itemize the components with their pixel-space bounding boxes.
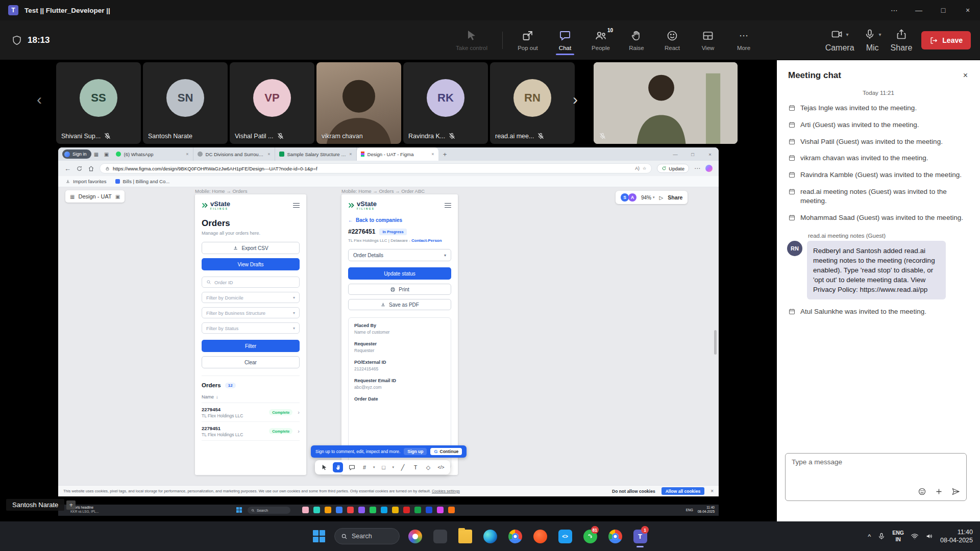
- order-row[interactable]: 2279451 TL Flex Holdings LLC Complete ›: [202, 422, 300, 441]
- taskbar-app-icon[interactable]: [347, 507, 354, 513]
- browser-close-icon[interactable]: ×: [701, 147, 719, 161]
- minimize-icon[interactable]: —: [906, 0, 931, 20]
- share-control[interactable]: Share: [891, 25, 913, 56]
- clear-button[interactable]: Clear: [202, 356, 300, 368]
- presenter-pin-button[interactable]: +: [66, 500, 76, 510]
- taskbar-app-icon[interactable]: [426, 507, 432, 513]
- browser-maximize-icon[interactable]: □: [684, 147, 701, 161]
- figma-share-button[interactable]: Share: [668, 194, 682, 201]
- participant-tile[interactable]: RN read.ai mee...: [490, 62, 575, 144]
- browser-minimize-icon[interactable]: —: [667, 147, 684, 161]
- vertical-tabs-icon[interactable]: ▣: [102, 152, 112, 157]
- cookies-settings-link[interactable]: Cookies settings: [432, 489, 460, 493]
- maximize-icon[interactable]: □: [931, 0, 955, 20]
- figma-frame-order-detail[interactable]: vState FILINGS ← Back to companies #2276…: [341, 194, 458, 475]
- wifi-icon[interactable]: [911, 532, 919, 540]
- browser-profile-button[interactable]: Sign in: [62, 149, 91, 159]
- taskbar-clock[interactable]: 11:40 08-04-2025: [940, 528, 973, 545]
- select-tool-icon[interactable]: [320, 463, 328, 471]
- camera-chevron-icon[interactable]: ▾: [846, 32, 849, 37]
- save-as-pdf-button[interactable]: Save as PDF: [348, 299, 451, 310]
- language-indicator[interactable]: ENG IN: [892, 530, 904, 542]
- chrome-button[interactable]: [505, 524, 525, 548]
- strip-scroll-right-icon[interactable]: ›: [573, 91, 578, 108]
- frame-label[interactable]: Mobile: Home → Orders: [195, 188, 247, 194]
- participant-tile[interactable]: VP Vishal Patil ...: [230, 62, 314, 144]
- browser-tab-active[interactable]: Design - UAT - Figma ×: [357, 147, 438, 161]
- mic-control[interactable]: ▾ Mic: [864, 25, 881, 56]
- hamburger-menu-icon[interactable]: [445, 203, 451, 208]
- participant-tile[interactable]: SS Shivani Sup...: [56, 62, 141, 144]
- file-explorer-button[interactable]: [455, 524, 475, 548]
- back-to-companies-link[interactable]: ← Back to companies: [348, 217, 451, 223]
- raise-hand-button[interactable]: Raise: [620, 26, 653, 55]
- start-button[interactable]: [309, 524, 329, 548]
- address-bar[interactable]: https://www.figma.com/design/9BKQ0FOHRWa…: [100, 163, 652, 173]
- deny-cookies-button[interactable]: Do not allow cookies: [612, 489, 655, 494]
- close-icon[interactable]: ×: [955, 0, 980, 20]
- more-button[interactable]: ⋯ More: [727, 26, 760, 55]
- browser-menu-icon[interactable]: ⋯: [694, 165, 700, 172]
- taskbar-app-icon[interactable]: [325, 507, 331, 513]
- start-icon[interactable]: [236, 507, 242, 513]
- copilot-icon[interactable]: [705, 165, 713, 172]
- emoji-icon[interactable]: [918, 487, 926, 496]
- message-compose-box[interactable]: [785, 453, 967, 501]
- task-view-button[interactable]: [430, 524, 450, 548]
- refresh-icon[interactable]: [76, 165, 83, 172]
- pop-out-button[interactable]: Pop out: [510, 26, 546, 55]
- name-column-header[interactable]: Name ↓: [202, 394, 300, 399]
- allow-cookies-button[interactable]: Allow all cookies: [662, 487, 705, 495]
- volume-icon[interactable]: [925, 532, 934, 540]
- filter-business-structure-select[interactable]: Filter by Business Structure ▾: [202, 307, 300, 318]
- taskbar-app-icon[interactable]: [358, 507, 365, 513]
- sign-up-button[interactable]: Sign up: [404, 448, 427, 455]
- filter-status-select[interactable]: Filter by Status ▾: [202, 322, 300, 334]
- tab-close-icon[interactable]: ×: [349, 152, 352, 157]
- hand-tool-icon[interactable]: [333, 462, 343, 472]
- cookie-close-icon[interactable]: ×: [710, 488, 714, 494]
- vscode-button[interactable]: <>: [555, 524, 575, 548]
- tab-close-icon[interactable]: ×: [431, 152, 434, 157]
- attach-plus-icon[interactable]: [935, 487, 943, 496]
- hamburger-menu-icon[interactable]: [293, 203, 300, 208]
- taskbar-app-icon[interactable]: [403, 507, 410, 513]
- taskbar-app-icon[interactable]: [313, 507, 320, 513]
- message-input[interactable]: [792, 458, 960, 466]
- frame-tool-icon[interactable]: #: [360, 463, 369, 471]
- taskbar-app-icon[interactable]: [381, 507, 387, 513]
- leave-button[interactable]: Leave: [921, 31, 971, 49]
- order-row[interactable]: 2279454 TL Flex Holdings LLC Complete ›: [202, 403, 300, 422]
- chat-button[interactable]: Chat: [549, 26, 581, 55]
- participant-tile[interactable]: RK Ravindra K...: [403, 62, 488, 144]
- react-button[interactable]: React: [656, 26, 689, 55]
- mic-chevron-icon[interactable]: ▾: [879, 32, 881, 37]
- edge-button[interactable]: [480, 524, 500, 548]
- taskbar-search-input[interactable]: Search: [334, 528, 400, 544]
- export-csv-button[interactable]: Export CSV: [202, 242, 300, 254]
- workspaces-icon[interactable]: ▦: [91, 152, 102, 157]
- print-button[interactable]: Print: [348, 284, 451, 295]
- text-tool-icon[interactable]: T: [411, 463, 420, 471]
- figma-frame-orders[interactable]: vState FILINGS Orders Manage all your or…: [195, 194, 306, 475]
- contact-person-link[interactable]: Contact-Person: [411, 238, 442, 243]
- home-icon[interactable]: [88, 165, 94, 172]
- taskbar-app-icon[interactable]: [392, 507, 399, 513]
- favorite-star-icon[interactable]: ☆: [643, 166, 647, 171]
- chat-close-icon[interactable]: ×: [963, 71, 968, 80]
- favorite-item[interactable]: Import favorites: [65, 179, 106, 184]
- search-input[interactable]: Search: [248, 507, 290, 514]
- chevron-down-icon[interactable]: ▾: [393, 465, 395, 469]
- component-tool-icon[interactable]: ◇: [424, 463, 432, 471]
- tray-mic-icon[interactable]: [877, 532, 886, 540]
- order-id-search-input[interactable]: Order ID: [202, 277, 300, 288]
- browser-tab[interactable]: Sample Salary Structure with cal... ×: [275, 147, 357, 161]
- browser-profile-button[interactable]: [605, 524, 625, 548]
- taskbar-app-icon[interactable]: [437, 507, 444, 513]
- strip-scroll-left-icon[interactable]: ‹: [37, 91, 42, 108]
- filter-button[interactable]: Filter: [202, 340, 300, 352]
- titlebar-more-icon[interactable]: ⋯: [882, 0, 906, 20]
- code-tool-icon[interactable]: </>: [437, 463, 445, 471]
- update-status-button[interactable]: Update status: [348, 267, 451, 280]
- camera-control[interactable]: ▾ Camera: [825, 25, 854, 56]
